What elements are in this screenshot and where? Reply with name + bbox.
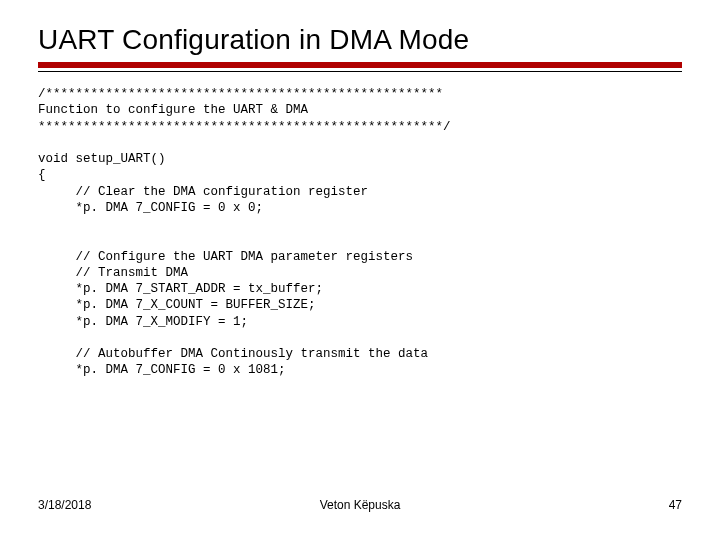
code-line: /***************************************…	[38, 87, 443, 101]
code-line: *p. DMA 7_X_COUNT = BUFFER_SIZE;	[38, 298, 316, 312]
title-rule-thin	[38, 71, 682, 72]
slide-title: UART Configuration in DMA Mode	[38, 24, 682, 56]
code-line: void setup_UART()	[38, 152, 166, 166]
code-line: Function to configure the UART & DMA	[38, 103, 308, 117]
code-line: // Clear the DMA configuration register	[38, 185, 368, 199]
title-rule-thick	[38, 62, 682, 68]
code-line: *p. DMA 7_CONFIG = 0 x 1081;	[38, 363, 286, 377]
code-line: {	[38, 168, 46, 182]
code-line: // Autobuffer DMA Continously transmit t…	[38, 347, 428, 361]
code-line: // Transmit DMA	[38, 266, 188, 280]
slide-footer: 3/18/2018 Veton Këpuska 47	[38, 498, 682, 512]
footer-author: Veton Këpuska	[320, 498, 401, 512]
code-line: *p. DMA 7_CONFIG = 0 x 0;	[38, 201, 263, 215]
code-line: *p. DMA 7_START_ADDR = tx_buffer;	[38, 282, 323, 296]
code-line: *p. DMA 7_X_MODIFY = 1;	[38, 315, 248, 329]
code-line: ****************************************…	[38, 120, 451, 134]
footer-page-number: 47	[669, 498, 682, 512]
code-line: // Configure the UART DMA parameter regi…	[38, 250, 413, 264]
code-block: /***************************************…	[38, 86, 682, 379]
slide: UART Configuration in DMA Mode /********…	[0, 0, 720, 540]
footer-date: 3/18/2018	[38, 498, 91, 512]
